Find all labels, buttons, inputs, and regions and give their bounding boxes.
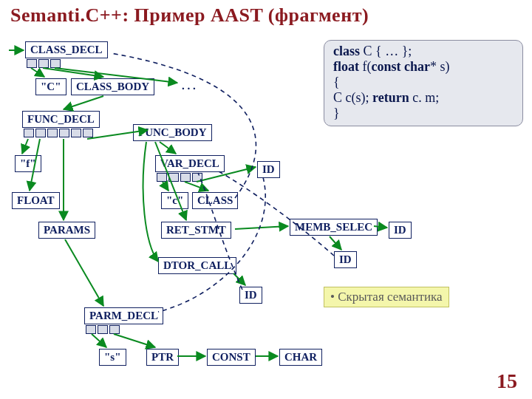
svg-line-14 bbox=[235, 226, 288, 229]
page-title: Semanti.C++: Пример AAST (фрагмент) bbox=[10, 4, 369, 27]
slot bbox=[157, 173, 167, 182]
svg-line-20 bbox=[114, 334, 155, 347]
node-c-name: "C" bbox=[35, 78, 66, 95]
node-class-body: CLASS_BODY bbox=[71, 78, 154, 95]
node-ptr: PTR bbox=[146, 349, 179, 366]
slot bbox=[24, 129, 34, 137]
node-char: CHAR bbox=[279, 349, 322, 366]
slot bbox=[192, 173, 202, 182]
node-id3: ID bbox=[334, 251, 357, 268]
node-memb-selec: MEMB_SELEC bbox=[290, 219, 378, 236]
node-dtor-call: DTOR_CALL bbox=[158, 257, 236, 274]
svg-line-9 bbox=[160, 142, 176, 154]
page-number: 15 bbox=[497, 369, 517, 393]
node-id2: ID bbox=[389, 222, 412, 239]
node-ellipsis: . . . bbox=[177, 78, 200, 94]
node-id4: ID bbox=[239, 287, 262, 304]
node-f-name: "f" bbox=[15, 155, 41, 172]
node-float: FLOAT bbox=[12, 192, 60, 209]
node-func-body: FUNC_BODY bbox=[133, 124, 212, 141]
slot bbox=[59, 129, 69, 137]
slot bbox=[71, 129, 81, 137]
slot bbox=[180, 173, 191, 182]
svg-line-1 bbox=[31, 68, 44, 77]
node-params: PARAMS bbox=[38, 222, 95, 239]
svg-line-18 bbox=[65, 239, 103, 306]
svg-line-17 bbox=[233, 273, 245, 285]
slot bbox=[50, 59, 61, 68]
slot bbox=[38, 59, 49, 68]
node-c-var: "c" bbox=[161, 192, 188, 209]
node-ret-stmt: RET_STMT bbox=[161, 222, 231, 239]
slot bbox=[86, 325, 96, 334]
node-func-decl: FUNC_DECL bbox=[22, 111, 100, 128]
slot bbox=[47, 129, 58, 137]
hidden-semantics-note: • Скрытая семантика bbox=[324, 287, 449, 307]
node-parm-decl: PARM_DECL bbox=[84, 307, 163, 324]
slot bbox=[27, 59, 37, 68]
slot bbox=[109, 325, 120, 334]
svg-line-5 bbox=[22, 139, 28, 154]
svg-line-4 bbox=[64, 96, 103, 109]
node-var-decl: VAR_DECL bbox=[155, 155, 225, 172]
node-class-t: CLASS bbox=[192, 192, 238, 209]
node-id1: ID bbox=[257, 161, 280, 178]
svg-line-12 bbox=[185, 182, 208, 191]
node-s-name: "s" bbox=[99, 349, 126, 366]
slot bbox=[35, 129, 46, 137]
slot bbox=[98, 325, 108, 334]
node-const: CONST bbox=[207, 349, 256, 366]
slot bbox=[168, 173, 179, 182]
code-sample: class C { … }; float f(const char* s) { … bbox=[324, 40, 523, 126]
svg-line-16 bbox=[330, 236, 341, 250]
svg-line-2 bbox=[43, 68, 103, 77]
slot bbox=[83, 129, 93, 137]
svg-line-11 bbox=[163, 182, 168, 191]
svg-line-19 bbox=[92, 334, 106, 347]
node-class-decl: CLASS_DECL bbox=[25, 41, 108, 58]
